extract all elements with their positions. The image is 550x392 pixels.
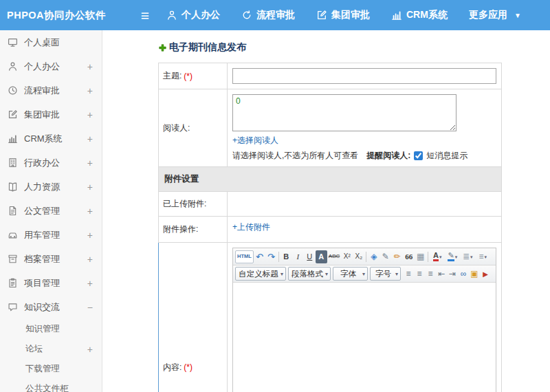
sidebar-item-knowledge-exchange[interactable]: 知识交流 − [0,295,102,319]
top-header: PHPOA协同办公软件 ≡ 个人办公 流程审批 集团审批 CRM系统 更多应用 … [0,0,550,30]
add-icon [158,43,167,52]
insert-media-button[interactable]: ▶ [480,268,491,281]
expand-toggle[interactable]: + [87,85,93,96]
font-color-button[interactable]: A ▾ [430,250,445,263]
sidebar-item-hr[interactable]: 人力资源 + [0,175,102,199]
expand-toggle[interactable]: + [87,133,93,144]
align-left-button[interactable]: ≡ [403,268,414,281]
sidebar-subitem-public-file-cabinet[interactable]: 公共文件柜 [0,379,102,392]
toolbar-separator [278,252,279,262]
align-right-button[interactable]: ≡ [425,268,436,281]
expand-toggle[interactable]: + [87,157,93,168]
bar-chart-icon [391,10,402,21]
expand-toggle[interactable]: + [87,109,93,120]
required-mark: (*) [184,362,192,372]
sms-remind-label: 短消息提示 [426,150,468,162]
subject-input[interactable] [232,68,496,84]
toolbar-separator [366,252,366,262]
sms-remind-checkbox[interactable] [414,151,423,160]
car-icon [8,230,18,240]
sidebar-item-crm-system[interactable]: CRM系统 + [0,127,102,151]
sidebar-item-workflow-approval[interactable]: 流程审批 + [0,78,102,102]
eraser-button[interactable]: ◈ [368,250,380,263]
edit-icon [316,10,327,21]
sidebar-item-admin-office[interactable]: 行政办公 + [0,151,102,175]
superscript-button[interactable]: X² [341,250,353,263]
toolbar-separator [428,252,428,262]
subscript-button[interactable]: X₂ [353,250,364,263]
sidebar-item-vehicle-management[interactable]: 用车管理 + [0,223,102,247]
expand-toggle[interactable]: + [87,230,93,241]
sidebar-subitem-knowledge-management[interactable]: 知识管理 [0,319,102,339]
attachment-section-title: 附件设置 [159,167,204,191]
expand-toggle[interactable]: + [87,61,93,72]
outdent-button[interactable]: ⇤ [436,268,447,281]
paragraph-format-dropdown[interactable]: 段落格式 ▾ [288,267,331,281]
sidebar-subitem-download-management[interactable]: 下载管理 [0,359,102,379]
custom-heading-dropdown[interactable]: 自定义标题 ▾ [235,267,286,281]
archive-icon [8,254,18,264]
edit-icon [8,109,18,120]
menu-icon[interactable]: ≡ [135,8,155,23]
expand-toggle[interactable]: + [87,182,93,193]
undo-button[interactable]: ↶ [254,250,265,263]
sidebar-subitem-forum[interactable]: 论坛 + [0,339,102,359]
sidebar-item-document-management[interactable]: 公文管理 + [0,199,102,223]
sidebar-item-group-approval[interactable]: 集团审批 + [0,102,102,127]
expand-toggle[interactable]: + [87,206,93,217]
insert-image-button[interactable]: ▣ [469,268,480,281]
content-label-cell: 内容: (*) [159,243,228,392]
select-readers-link[interactable]: +选择阅读人 [232,135,278,146]
html-source-button[interactable]: HTML [235,250,254,263]
nav-group-approval[interactable]: 集团审批 [316,9,370,21]
insert-link-button[interactable]: ∞ [458,268,469,281]
blockquote-button[interactable]: 66 [403,250,415,263]
indent-button[interactable]: ⇥ [447,268,458,281]
chevron-down-icon: ▾ [439,254,442,259]
editor-content-area[interactable] [233,283,496,392]
upload-attachment-link[interactable]: +上传附件 [232,221,270,233]
nav-more-apps[interactable]: 更多应用 ▼ [469,9,521,21]
refresh-cycle-icon [241,10,252,21]
sidebar-item-project-management[interactable]: 项目管理 + [0,271,102,295]
italic-button[interactable]: I [292,250,304,263]
remove-format-button[interactable]: A [316,250,327,263]
subject-label-cell: 主题: (*) [159,63,228,89]
unordered-list-button[interactable]: ≡ ▾ [475,250,490,263]
redo-button[interactable]: ↷ [265,250,277,263]
readers-hint: 请选择阅读人,不选为所有人可查看 [232,150,358,162]
align-center-button[interactable]: ≡ [414,268,425,281]
font-family-dropdown[interactable]: 字体 ▾ [333,267,368,281]
underline-button[interactable]: U [304,250,316,263]
expand-toggle[interactable]: + [87,254,93,265]
attachment-op-label: 附件操作: [159,217,228,242]
font-size-dropdown[interactable]: 字号 ▾ [370,267,401,281]
nav-crm-system[interactable]: CRM系统 [391,9,448,21]
collapse-toggle[interactable]: − [87,302,93,313]
sidebar: 个人桌面 个人办公 + 流程审批 + 集团审批 + CRM系统 + 行政办公 + [0,30,102,392]
emoticon-button[interactable]: ▦ [415,250,426,263]
chevron-down-icon: ▾ [280,271,283,277]
expand-toggle[interactable]: + [87,278,93,289]
nav-personal-office[interactable]: 个人办公 [166,9,220,21]
clock-icon [8,85,18,96]
content-row: 内容: (*) HTML ↶ ↷ B I U [159,243,501,392]
main-content: 电子期刊信息发布 主题: (*) 阅读人: [102,30,550,392]
publish-form: 主题: (*) 阅读人: 0 +选择阅读人 [158,63,502,392]
chevron-down-icon: ▾ [362,271,365,277]
sidebar-item-personal-desktop[interactable]: 个人桌面 [0,30,102,54]
app-window: PHPOA协同办公软件 ≡ 个人办公 流程审批 集团审批 CRM系统 更多应用 … [0,0,550,392]
highlight-pen-button[interactable]: ✏ [391,250,403,263]
bold-button[interactable]: B [280,250,292,263]
background-color-button[interactable]: ✎ ▾ [445,250,460,263]
expand-toggle[interactable]: + [87,344,93,355]
sidebar-item-personal-office[interactable]: 个人办公 + [0,54,102,78]
sidebar-item-archive-management[interactable]: 档案管理 + [0,247,102,271]
nav-workflow-approval[interactable]: 流程审批 [241,9,295,21]
strikethrough-button[interactable]: ABC [327,250,341,263]
ordered-list-button[interactable]: ≣ ▾ [460,250,475,263]
readers-textarea[interactable]: 0 [232,94,456,131]
monitor-icon [8,37,18,47]
format-painter-button[interactable]: ✎ [380,250,391,263]
attachment-op-row: 附件操作: +上传附件 [159,217,501,243]
